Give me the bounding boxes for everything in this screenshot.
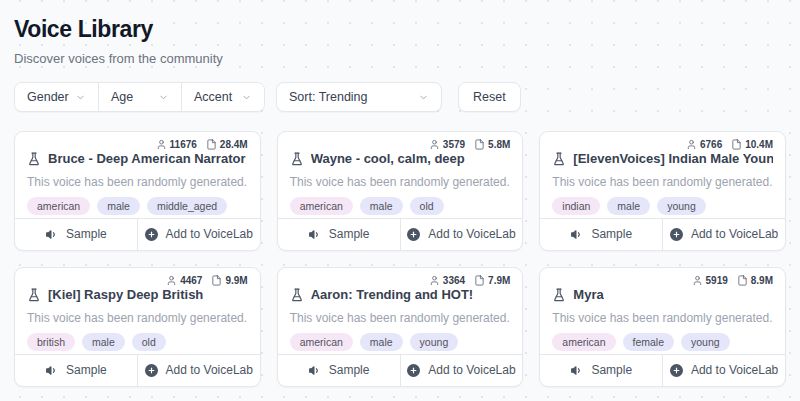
voice-tags: americanmaleyoung	[290, 333, 511, 351]
plus-circle-icon	[407, 228, 420, 241]
add-to-voicelab-label: Add to VoiceLab	[428, 363, 515, 377]
add-to-voicelab-label: Add to VoiceLab	[428, 227, 515, 241]
filter-dropdown-age[interactable]: Age	[98, 83, 181, 111]
voice-card-footer: SampleAdd to VoiceLab	[540, 218, 785, 250]
add-to-voicelab-button[interactable]: Add to VoiceLab	[137, 219, 260, 250]
file-icon	[737, 275, 748, 286]
voice-card-body: 33647.9MAaron: Trending and HOT!This voi…	[278, 268, 523, 354]
chevron-down-icon	[418, 92, 429, 103]
flask-icon	[552, 152, 566, 166]
file-icon	[731, 139, 742, 150]
voice-card-footer: SampleAdd to VoiceLab	[278, 354, 523, 386]
voice-title-row: [Kiel] Raspy Deep British	[27, 287, 248, 302]
voice-tag: middle_aged	[147, 197, 227, 215]
users-count: 3364	[429, 275, 465, 286]
filter-dropdown-accent[interactable]: Accent	[181, 83, 264, 111]
voice-description: This voice has been randomly generated.	[290, 311, 511, 325]
users-count: 5919	[692, 275, 728, 286]
voice-description: This voice has been randomly generated.	[27, 175, 248, 189]
sample-button-label: Sample	[66, 227, 107, 241]
sample-button[interactable]: Sample	[278, 219, 400, 250]
speaker-icon	[570, 228, 583, 241]
sample-button[interactable]: Sample	[15, 355, 137, 386]
voice-tag: young	[410, 333, 459, 351]
voice-title-row: Aaron: Trending and HOT!	[290, 287, 511, 302]
flask-icon	[290, 288, 304, 302]
voice-name: Wayne - cool, calm, deep	[311, 151, 465, 166]
chevron-down-icon	[75, 92, 86, 103]
voice-card-stats: 44679.9M	[27, 275, 248, 286]
speaker-icon	[570, 364, 583, 377]
voice-card-body: 59198.9MMyraThis voice has been randomly…	[540, 268, 785, 354]
voice-description: This voice has been randomly generated.	[552, 311, 773, 325]
users-count: 6766	[686, 139, 722, 150]
voice-description: This voice has been randomly generated.	[552, 175, 773, 189]
voice-tag: young	[657, 197, 706, 215]
voice-tag: male	[97, 197, 140, 215]
filter-dropdown-label: Age	[111, 90, 133, 104]
user-icon	[166, 275, 177, 286]
voice-tag: american	[27, 197, 90, 215]
voice-card-footer: SampleAdd to VoiceLab	[278, 218, 523, 250]
sample-button[interactable]: Sample	[540, 219, 662, 250]
filter-bar: GenderAgeAccent Sort: Trending Reset	[14, 82, 786, 112]
voice-tags: americanfemaleyoung	[552, 333, 773, 351]
filter-dropdown-group: GenderAgeAccent	[14, 82, 265, 112]
generations-count: 10.4M	[731, 139, 773, 150]
add-to-voicelab-button[interactable]: Add to VoiceLab	[400, 355, 523, 386]
voice-card-body: 35795.8MWayne - cool, calm, deepThis voi…	[278, 132, 523, 218]
add-to-voicelab-label: Add to VoiceLab	[166, 363, 253, 377]
voice-card-body: 44679.9M[Kiel] Raspy Deep BritishThis vo…	[15, 268, 260, 354]
filter-dropdown-label: Accent	[194, 90, 232, 104]
users-count: 3579	[429, 139, 465, 150]
voice-tags: britishmaleold	[27, 333, 248, 351]
add-to-voicelab-label: Add to VoiceLab	[691, 227, 778, 241]
plus-circle-icon	[145, 228, 158, 241]
voice-card: 59198.9MMyraThis voice has been randomly…	[539, 267, 786, 387]
page-subtitle: Discover voices from the community	[14, 51, 786, 66]
flask-icon	[552, 288, 566, 302]
voice-card-stats: 35795.8M	[290, 139, 511, 150]
speaker-icon	[45, 364, 58, 377]
speaker-icon	[308, 228, 321, 241]
voice-card-stats: 33647.9M	[290, 275, 511, 286]
voice-tag: male	[360, 197, 403, 215]
voice-tag: old	[132, 333, 166, 351]
voice-tag: american	[290, 333, 353, 351]
voice-title-row: [ElevenVoices] Indian Male Young	[552, 151, 773, 166]
voice-card: 676610.4M[ElevenVoices] Indian Male Youn…	[539, 131, 786, 251]
add-to-voicelab-button[interactable]: Add to VoiceLab	[137, 355, 260, 386]
sample-button-label: Sample	[329, 363, 370, 377]
add-to-voicelab-button[interactable]: Add to VoiceLab	[400, 219, 523, 250]
sort-select[interactable]: Sort: Trending	[276, 82, 442, 112]
plus-circle-icon	[670, 228, 683, 241]
speaker-icon	[308, 364, 321, 377]
user-icon	[692, 275, 703, 286]
sample-button[interactable]: Sample	[15, 219, 137, 250]
voice-tag: male	[360, 333, 403, 351]
voice-name: [Kiel] Raspy Deep British	[48, 287, 203, 302]
voice-description: This voice has been randomly generated.	[290, 175, 511, 189]
voice-grid: 1167628.4MBruce - Deep American Narrator…	[14, 131, 786, 387]
chevron-down-icon	[158, 92, 169, 103]
reset-button[interactable]: Reset	[458, 82, 521, 112]
voice-description: This voice has been randomly generated.	[27, 311, 248, 325]
add-to-voicelab-button[interactable]: Add to VoiceLab	[662, 219, 785, 250]
voice-name: Myra	[573, 287, 603, 302]
speaker-icon	[45, 228, 58, 241]
voice-card-footer: SampleAdd to VoiceLab	[15, 354, 260, 386]
voice-card: 44679.9M[Kiel] Raspy Deep BritishThis vo…	[14, 267, 261, 387]
filter-dropdown-gender[interactable]: Gender	[15, 83, 98, 111]
plus-circle-icon	[145, 364, 158, 377]
sample-button-label: Sample	[591, 227, 632, 241]
voice-card-stats: 59198.9M	[552, 275, 773, 286]
voice-card-stats: 1167628.4M	[27, 139, 248, 150]
add-to-voicelab-button[interactable]: Add to VoiceLab	[662, 355, 785, 386]
voice-title-row: Wayne - cool, calm, deep	[290, 151, 511, 166]
voice-card-footer: SampleAdd to VoiceLab	[540, 354, 785, 386]
generations-count: 5.8M	[474, 139, 510, 150]
sample-button[interactable]: Sample	[278, 355, 400, 386]
voice-card: 33647.9MAaron: Trending and HOT!This voi…	[277, 267, 524, 387]
sample-button[interactable]: Sample	[540, 355, 662, 386]
file-icon	[211, 275, 222, 286]
